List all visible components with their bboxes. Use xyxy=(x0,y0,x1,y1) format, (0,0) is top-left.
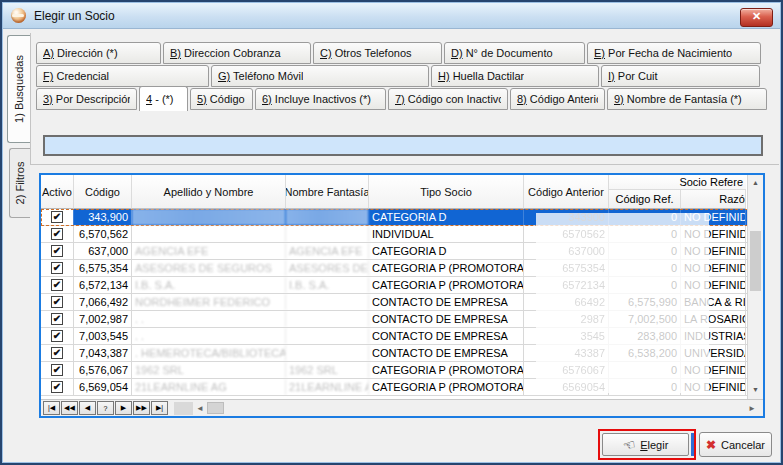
navigator-button-6[interactable]: ▶| xyxy=(151,401,168,415)
row-cell-activo: ✔ xyxy=(41,379,74,395)
tab-6-incluye-inactivos[interactable]: 6) Incluye Inactivos (*) xyxy=(255,88,386,110)
active-checkbox[interactable]: ✔ xyxy=(51,347,63,359)
navigator-button-1[interactable]: ◀◀ xyxy=(61,401,78,415)
tab-h-huella-dactilar[interactable]: H) Huella Dactilar xyxy=(431,65,599,87)
row-cell-razon: NO DEFINIDO xyxy=(681,277,746,293)
row-cell-cod_anterior: 6576067 xyxy=(524,362,609,378)
tab-label: I) Por Cuit xyxy=(608,70,658,82)
row-cell-cod_anterior: 2987 xyxy=(524,311,609,327)
column-header-cod_anterior[interactable]: Código Anterior xyxy=(524,175,609,209)
table-row[interactable]: ✔6,576,0671962 SRL1962 SRLCATEGORIA P (P… xyxy=(41,362,763,379)
column-header-razon[interactable]: Razó xyxy=(681,190,746,209)
table-row[interactable]: ✔7,002,987. .CONTACTO DE EMPRESA29877,00… xyxy=(41,311,763,328)
tab-5-c-digo[interactable]: 5) Código xyxy=(190,88,253,110)
row-cell-fantasia: ASESORES DE SE xyxy=(286,260,369,276)
row-cell-razon: UNIVERSIDAD C xyxy=(681,345,746,361)
table-row[interactable]: ✔343,900CATEGORIA D3439000NO DEFINIDO xyxy=(41,209,763,226)
table-row[interactable]: ✔7,003,545. .CONTACTO DE EMPRESA3545283,… xyxy=(41,328,763,345)
active-checkbox[interactable]: ✔ xyxy=(51,211,63,223)
row-cell-nombre: I.B. S.A. xyxy=(132,277,286,293)
tab-d-n-de-documento[interactable]: D) N° de Documento xyxy=(444,42,585,64)
tab-row-2: F) CredencialG) Teléfono MóvilH) Huella … xyxy=(36,65,762,87)
table-row[interactable]: ✔637,000AGENCIA EFEAGENCIA EFECATEGORIA … xyxy=(41,243,763,260)
active-checkbox[interactable]: ✔ xyxy=(51,313,63,325)
side-tab-busquedas[interactable]: 1) Busquedas xyxy=(7,35,30,143)
navigator-button-0[interactable]: |◀ xyxy=(43,401,60,415)
tab-label: D) N° de Documento xyxy=(451,47,553,59)
table-row[interactable]: ✔6,575,354ASESORES DE SEGUROSASESORES DE… xyxy=(41,260,763,277)
active-checkbox[interactable]: ✔ xyxy=(51,381,63,393)
tab-label: 4 - (*) xyxy=(146,93,174,105)
row-cell-cod_ref: 0 xyxy=(609,277,681,293)
row-cell-fantasia xyxy=(286,311,369,327)
side-tab-filtros[interactable]: 2) Filtros xyxy=(9,148,30,218)
row-cell-activo: ✔ xyxy=(41,226,74,242)
row-cell-activo: ✔ xyxy=(41,277,74,293)
row-cell-tipo: CONTACTO DE EMPRESA xyxy=(369,328,524,344)
group-header-label[interactable]: Socio Refere xyxy=(609,175,746,190)
row-cell-cod_anterior: 43387 xyxy=(524,345,609,361)
tab-f-credencial[interactable]: F) Credencial xyxy=(36,65,209,87)
tab-label: 7) Código con Inactivos xyxy=(395,93,501,105)
row-cell-fantasia xyxy=(286,328,369,344)
column-header-fantasia[interactable]: Nombre Fantasía xyxy=(286,175,369,209)
vertical-scrollbar[interactable]: ▲ ▼ xyxy=(747,175,763,399)
active-checkbox[interactable]: ✔ xyxy=(51,228,63,240)
tab-g-tel-fono-m-vil[interactable]: G) Teléfono Móvil xyxy=(211,65,429,87)
tab-b-direccion-cobranza[interactable]: B) Direccion Cobranza xyxy=(163,42,311,64)
tab-3-por-descripci-n[interactable]: 3) Por Descripción xyxy=(36,88,137,110)
row-cell-cod_ref: 0 xyxy=(609,209,681,225)
column-header-tipo[interactable]: Tipo Socio xyxy=(369,175,524,209)
scroll-left-icon[interactable]: ◄ xyxy=(196,404,204,413)
column-header-cod_ref[interactable]: Código Ref. xyxy=(609,190,681,209)
column-header-activo[interactable]: Activo xyxy=(41,175,74,209)
column-header-nombre[interactable]: Apellido y Nombre xyxy=(132,175,286,209)
active-checkbox[interactable]: ✔ xyxy=(51,296,63,308)
tab-c-otros-telefonos[interactable]: C) Otros Telefonos xyxy=(313,42,442,64)
search-input[interactable] xyxy=(43,135,763,156)
vertical-scroll-thumb[interactable] xyxy=(750,231,761,291)
scroll-down-icon[interactable]: ▼ xyxy=(748,382,763,397)
scroll-up-icon[interactable]: ▲ xyxy=(748,175,763,190)
tab-a-direcci-n[interactable]: A) Dirección (*) xyxy=(36,42,161,64)
table-row[interactable]: ✔6,572,134I.B. S.A.I.B. S.A.CATEGORIA P … xyxy=(41,277,763,294)
tab-4[interactable]: 4 - (*) xyxy=(139,86,188,111)
navigator-button-5[interactable]: ▶▶ xyxy=(133,401,150,415)
close-button[interactable]: ✕ xyxy=(740,8,773,27)
active-checkbox[interactable]: ✔ xyxy=(51,245,63,257)
tab-i-por-cuit[interactable]: I) Por Cuit xyxy=(601,65,760,87)
navigator-button-4[interactable]: ▶ xyxy=(115,401,132,415)
row-cell-codigo: 7,003,545 xyxy=(74,328,132,344)
active-checkbox[interactable]: ✔ xyxy=(51,330,63,342)
table-row[interactable]: ✔6,569,05421LEARNLINE AG21LEARNLINE AGCA… xyxy=(41,379,763,396)
tab-label: 9) Nombre de Fantasía (*) xyxy=(614,93,742,105)
row-cell-cod_anterior: 6575354 xyxy=(524,260,609,276)
row-cell-tipo: INDIVIDUAL xyxy=(369,226,524,242)
navigator-button-3[interactable]: ? xyxy=(97,401,114,415)
record-navigator: |◀◀◀◀?▶▶▶▶| ◄ ► xyxy=(41,399,763,416)
scroll-right-icon[interactable]: ► xyxy=(748,404,756,413)
active-checkbox[interactable]: ✔ xyxy=(51,364,63,376)
row-cell-tipo: CONTACTO DE EMPRESA xyxy=(369,311,524,327)
tab-label: G) Teléfono Móvil xyxy=(218,70,303,82)
tab-7-c-digo-con-inactivos[interactable]: 7) Código con Inactivos xyxy=(388,88,508,110)
tab-e-por-fecha-de-nacimiento[interactable]: E) Por Fecha de Nacimiento xyxy=(587,42,761,64)
active-checkbox[interactable]: ✔ xyxy=(51,279,63,291)
active-checkbox[interactable]: ✔ xyxy=(51,262,63,274)
side-tab-busquedas-label: 1) Busquedas xyxy=(13,55,25,123)
column-header-codigo[interactable]: Código xyxy=(74,175,132,209)
row-cell-cod_ref: 283,800 xyxy=(609,328,681,344)
row-cell-razon: INDUSTRIAS TE xyxy=(681,328,746,344)
row-cell-nombre xyxy=(132,209,286,225)
horizontal-scroll-thumb[interactable] xyxy=(207,402,224,414)
row-cell-codigo: 7,002,987 xyxy=(74,311,132,327)
cancel-button[interactable]: ✖ Cancelar xyxy=(699,432,772,457)
cancel-x-icon: ✖ xyxy=(706,439,716,451)
row-cell-cod_ref: 0 xyxy=(609,362,681,378)
table-row[interactable]: ✔6,570,562INDIVIDUAL65705620NO DEFINIDO xyxy=(41,226,763,243)
table-row[interactable]: ✔7,043,387. HEMEROTECA/BIBLIOTECA CCONTA… xyxy=(41,345,763,362)
navigator-button-2[interactable]: ◀ xyxy=(79,401,96,415)
tab-9-nombre-de-fantas-a[interactable]: 9) Nombre de Fantasía (*) xyxy=(607,88,767,110)
table-row[interactable]: ✔7,066,492NORDHEIMER FEDERICOCONTACTO DE… xyxy=(41,294,763,311)
tab-8-c-digo-anterior[interactable]: 8) Código Anterior xyxy=(510,88,605,110)
